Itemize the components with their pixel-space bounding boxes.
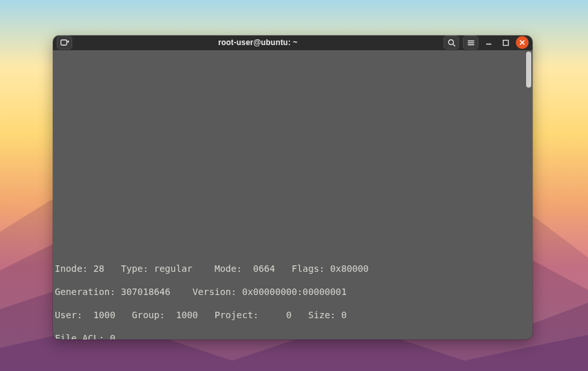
output-line: Inode: 28 Type: regular Mode: 0664 Flags…: [55, 263, 533, 274]
blank-line: [55, 124, 533, 135]
close-icon: [519, 39, 525, 46]
blank-line: [55, 193, 533, 205]
search-icon: [447, 39, 456, 47]
menu-button[interactable]: [463, 35, 478, 50]
new-tab-icon: [60, 38, 69, 47]
blank-line: [55, 170, 533, 182]
search-button[interactable]: [444, 35, 459, 50]
blank-line: [55, 216, 533, 228]
blank-line: [55, 77, 533, 89]
minimize-icon: [485, 39, 493, 46]
minimize-button[interactable]: [482, 36, 495, 49]
terminal-window: root-user@ubuntu: ~: [53, 35, 533, 339]
blank-line: [55, 147, 533, 158]
blank-line: [55, 100, 533, 112]
hamburger-icon: [467, 39, 475, 47]
blank-line: [55, 240, 533, 251]
maximize-icon: [502, 39, 509, 46]
close-button[interactable]: [516, 36, 529, 49]
window-titlebar: root-user@ubuntu: ~: [53, 35, 533, 50]
output-line: File ACL: 0: [55, 332, 533, 339]
terminal-viewport[interactable]: Inode: 28 Type: regular Mode: 0664 Flags…: [53, 50, 533, 339]
output-line: Generation: 307018646 Version: 0x0000000…: [55, 286, 533, 298]
window-title: root-user@ubuntu: ~: [76, 38, 440, 47]
maximize-button[interactable]: [499, 36, 512, 49]
vertical-scrollbar[interactable]: [526, 52, 531, 88]
output-line: User: 1000 Group: 1000 Project: 0 Size: …: [55, 309, 533, 321]
new-tab-button[interactable]: [57, 35, 72, 50]
svg-rect-2: [503, 40, 508, 45]
svg-rect-0: [61, 40, 67, 45]
